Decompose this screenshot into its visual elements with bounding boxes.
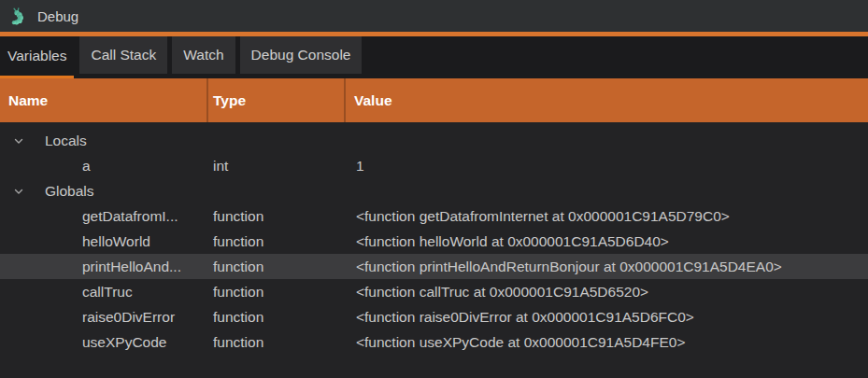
variable-name: a <box>82 158 91 175</box>
variable-value: <function callTruc at 0x000001C91A5D6520… <box>348 284 868 301</box>
tab-label: Watch <box>183 47 223 63</box>
variables-table-header: Name Type Value <box>0 78 868 122</box>
window-title: Debug <box>37 8 78 24</box>
tab-watch[interactable]: Watch <box>172 36 235 74</box>
tab-label: Call Stack <box>91 47 156 63</box>
variable-type: function <box>208 334 348 351</box>
tab-call-stack[interactable]: Call Stack <box>79 36 167 74</box>
debug-panel: Debug Variables Call Stack Watch Debug C… <box>0 0 868 378</box>
table-row-raise0diverror[interactable]: raise0DivError function <function raise0… <box>0 304 868 329</box>
variable-name: Globals <box>45 183 94 200</box>
variable-name: printHelloAnd... <box>82 259 181 275</box>
column-header-type: Type <box>208 78 346 122</box>
tab-label: Debug Console <box>251 47 351 63</box>
tab-label: Variables <box>7 48 66 64</box>
caterpillar-debug-icon <box>9 7 29 26</box>
variable-name: getDatafromI... <box>82 208 178 225</box>
variable-type: int <box>208 158 348 175</box>
table-row-locals[interactable]: Locals <box>0 128 868 153</box>
table-row-globals[interactable]: Globals <box>0 178 868 203</box>
variable-value: <function useXPyCode at 0x000001C91A5D4F… <box>348 334 868 351</box>
table-row-a[interactable]: a int 1 <box>0 153 868 178</box>
variable-name: callTruc <box>82 284 133 301</box>
variable-type: function <box>208 208 348 225</box>
variables-tree: Locals a int 1 Globals getDatafr <box>0 122 868 378</box>
variable-name: useXPyCode <box>82 334 166 351</box>
column-header-value: Value <box>346 78 868 122</box>
variable-type: function <box>208 233 348 250</box>
variable-name: raise0DivError <box>82 309 175 326</box>
table-row-calltruc[interactable]: callTruc function <function callTruc at … <box>0 279 868 304</box>
variable-type: function <box>208 259 348 275</box>
title-bar: Debug <box>0 0 868 32</box>
variable-value: <function getDatafromInternet at 0x00000… <box>348 208 868 225</box>
chevron-down-icon[interactable] <box>12 185 24 197</box>
variable-name: Locals <box>45 133 87 149</box>
variable-name: helloWorld <box>82 233 150 250</box>
variable-value: <function printHelloAndReturnBonjour at … <box>348 259 868 275</box>
tab-variables[interactable]: Variables <box>0 36 74 78</box>
table-row-usexpycode[interactable]: useXPyCode function <function useXPyCode… <box>0 329 868 355</box>
tab-bar: Variables Call Stack Watch Debug Console <box>0 36 868 78</box>
table-row-helloworld[interactable]: helloWorld function <function helloWorld… <box>0 229 868 254</box>
variable-value: <function helloWorld at 0x000001C91A5D6D… <box>348 233 868 250</box>
chevron-down-icon[interactable] <box>12 134 24 147</box>
tab-debug-console[interactable]: Debug Console <box>240 36 363 74</box>
table-row-getdatafrominternet[interactable]: getDatafromI... function <function getDa… <box>0 203 868 229</box>
variable-value: 1 <box>348 158 868 175</box>
variable-type: function <box>208 284 348 301</box>
variable-type: function <box>208 309 348 326</box>
table-row-printhelloandreturnbonjour[interactable]: printHelloAnd... function <function prin… <box>0 254 868 279</box>
column-header-name: Name <box>0 78 208 122</box>
variable-value: <function raise0DivError at 0x000001C91A… <box>348 309 868 326</box>
